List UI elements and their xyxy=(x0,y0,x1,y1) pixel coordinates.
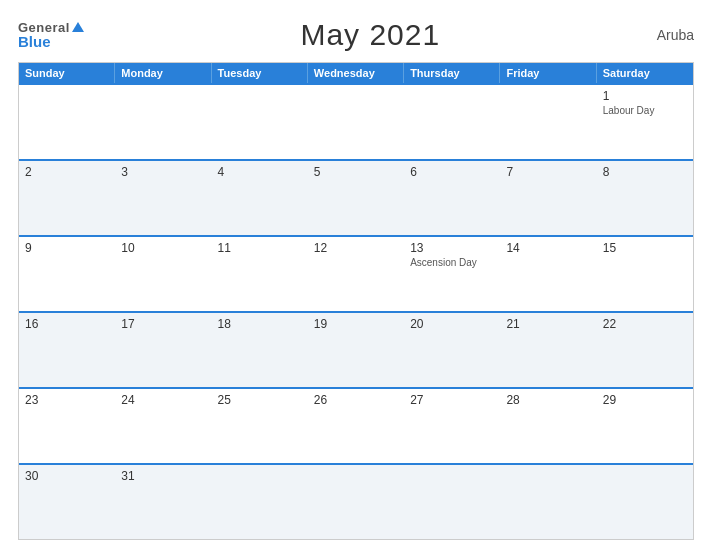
calendar-title: May 2021 xyxy=(300,18,440,52)
header-wednesday: Wednesday xyxy=(308,63,404,83)
cell-w1-d2: 4 xyxy=(212,161,308,235)
day-num-w2-d6: 15 xyxy=(603,241,687,255)
day-num-w3-d2: 18 xyxy=(218,317,302,331)
cell-w4-d2: 25 xyxy=(212,389,308,463)
cell-w5-d5 xyxy=(500,465,596,539)
cell-w3-d6: 22 xyxy=(597,313,693,387)
cell-w3-d2: 18 xyxy=(212,313,308,387)
cell-w0-d1 xyxy=(115,85,211,159)
cell-w0-d0 xyxy=(19,85,115,159)
logo-triangle-icon xyxy=(72,22,84,32)
cell-w5-d3 xyxy=(308,465,404,539)
day-num-w1-d2: 4 xyxy=(218,165,302,179)
cell-w4-d4: 27 xyxy=(404,389,500,463)
cell-w4-d0: 23 xyxy=(19,389,115,463)
cell-w4-d1: 24 xyxy=(115,389,211,463)
week-row-5: 3031 xyxy=(19,463,693,539)
cell-w5-d2 xyxy=(212,465,308,539)
event-w2-d4: Ascension Day xyxy=(410,257,494,268)
day-num-w3-d4: 20 xyxy=(410,317,494,331)
week-row-4: 23242526272829 xyxy=(19,387,693,463)
cell-w1-d4: 6 xyxy=(404,161,500,235)
cell-w2-d1: 10 xyxy=(115,237,211,311)
cell-w2-d4: 13Ascension Day xyxy=(404,237,500,311)
header-sunday: Sunday xyxy=(19,63,115,83)
cell-w3-d1: 17 xyxy=(115,313,211,387)
day-num-w3-d5: 21 xyxy=(506,317,590,331)
header-thursday: Thursday xyxy=(404,63,500,83)
day-num-w3-d0: 16 xyxy=(25,317,109,331)
cell-w2-d0: 9 xyxy=(19,237,115,311)
header-friday: Friday xyxy=(500,63,596,83)
cell-w2-d3: 12 xyxy=(308,237,404,311)
header-tuesday: Tuesday xyxy=(212,63,308,83)
cell-w4-d5: 28 xyxy=(500,389,596,463)
cell-w5-d4 xyxy=(404,465,500,539)
day-num-w3-d3: 19 xyxy=(314,317,398,331)
week-row-2: 910111213Ascension Day1415 xyxy=(19,235,693,311)
day-num-w1-d0: 2 xyxy=(25,165,109,179)
day-num-w3-d6: 22 xyxy=(603,317,687,331)
day-num-w4-d3: 26 xyxy=(314,393,398,407)
day-num-w2-d5: 14 xyxy=(506,241,590,255)
cell-w2-d6: 15 xyxy=(597,237,693,311)
day-num-w4-d2: 25 xyxy=(218,393,302,407)
cell-w5-d0: 30 xyxy=(19,465,115,539)
cell-w0-d6: 1Labour Day xyxy=(597,85,693,159)
day-num-w2-d4: 13 xyxy=(410,241,494,255)
day-num-w0-d6: 1 xyxy=(603,89,687,103)
week-row-3: 16171819202122 xyxy=(19,311,693,387)
cell-w0-d4 xyxy=(404,85,500,159)
cell-w3-d5: 21 xyxy=(500,313,596,387)
cell-w0-d5 xyxy=(500,85,596,159)
cell-w3-d3: 19 xyxy=(308,313,404,387)
cell-w1-d5: 7 xyxy=(500,161,596,235)
day-num-w1-d1: 3 xyxy=(121,165,205,179)
cell-w4-d3: 26 xyxy=(308,389,404,463)
page: General Blue May 2021 Aruba Sunday Monda… xyxy=(0,0,712,550)
day-num-w1-d5: 7 xyxy=(506,165,590,179)
calendar-body: 1Labour Day2345678910111213Ascension Day… xyxy=(19,83,693,539)
cell-w0-d2 xyxy=(212,85,308,159)
cell-w3-d4: 20 xyxy=(404,313,500,387)
day-num-w2-d2: 11 xyxy=(218,241,302,255)
event-w0-d6: Labour Day xyxy=(603,105,687,116)
day-num-w4-d0: 23 xyxy=(25,393,109,407)
header: General Blue May 2021 Aruba xyxy=(18,18,694,52)
week-row-1: 2345678 xyxy=(19,159,693,235)
cell-w1-d3: 5 xyxy=(308,161,404,235)
day-num-w1-d6: 8 xyxy=(603,165,687,179)
header-saturday: Saturday xyxy=(597,63,693,83)
cell-w3-d0: 16 xyxy=(19,313,115,387)
day-num-w4-d5: 28 xyxy=(506,393,590,407)
day-num-w5-d1: 31 xyxy=(121,469,205,483)
calendar-header: Sunday Monday Tuesday Wednesday Thursday… xyxy=(19,63,693,83)
cell-w1-d6: 8 xyxy=(597,161,693,235)
logo-blue-text: Blue xyxy=(18,34,84,49)
day-num-w2-d0: 9 xyxy=(25,241,109,255)
cell-w5-d6 xyxy=(597,465,693,539)
logo: General Blue xyxy=(18,21,84,49)
cell-w1-d0: 2 xyxy=(19,161,115,235)
day-num-w4-d1: 24 xyxy=(121,393,205,407)
cell-w5-d1: 31 xyxy=(115,465,211,539)
day-num-w4-d4: 27 xyxy=(410,393,494,407)
region-label: Aruba xyxy=(657,27,694,43)
week-row-0: 1Labour Day xyxy=(19,83,693,159)
calendar: Sunday Monday Tuesday Wednesday Thursday… xyxy=(18,62,694,540)
day-num-w3-d1: 17 xyxy=(121,317,205,331)
day-num-w1-d3: 5 xyxy=(314,165,398,179)
cell-w2-d2: 11 xyxy=(212,237,308,311)
header-monday: Monday xyxy=(115,63,211,83)
day-num-w1-d4: 6 xyxy=(410,165,494,179)
day-num-w2-d3: 12 xyxy=(314,241,398,255)
cell-w4-d6: 29 xyxy=(597,389,693,463)
cell-w1-d1: 3 xyxy=(115,161,211,235)
day-num-w4-d6: 29 xyxy=(603,393,687,407)
cell-w2-d5: 14 xyxy=(500,237,596,311)
day-num-w5-d0: 30 xyxy=(25,469,109,483)
cell-w0-d3 xyxy=(308,85,404,159)
day-num-w2-d1: 10 xyxy=(121,241,205,255)
